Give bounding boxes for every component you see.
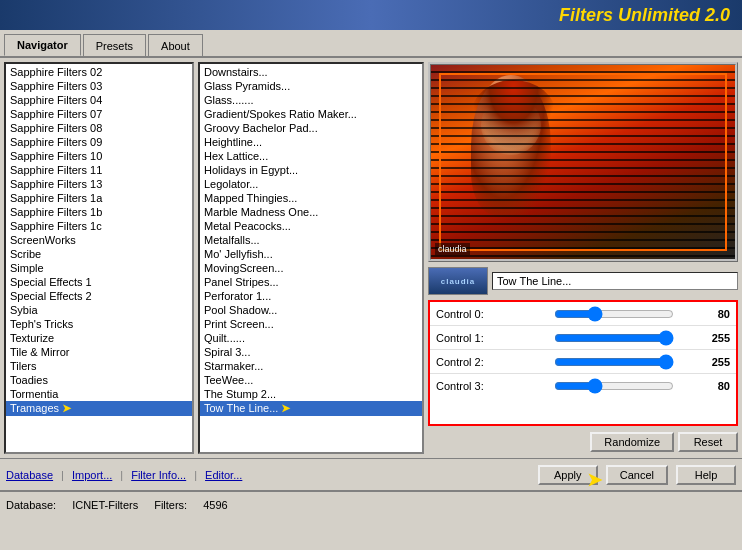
filter-list-item[interactable]: Mo' Jellyfish... (200, 247, 422, 261)
filter-list-item[interactable]: Groovy Bachelor Pad... (200, 121, 422, 135)
category-list-item[interactable]: Sapphire Filters 1c (6, 219, 192, 233)
editor-link[interactable]: Editor... (205, 469, 242, 481)
tab-about[interactable]: About (148, 34, 203, 56)
category-list-item[interactable]: Scribe (6, 247, 192, 261)
filter-list-item[interactable]: Metal Peacocks... (200, 219, 422, 233)
main-content: Sapphire Filters 02Sapphire Filters 03Sa… (0, 58, 742, 458)
control-row: Control 3:80 (430, 374, 736, 398)
filter-list-item[interactable]: Perforator 1... (200, 289, 422, 303)
filter-list-item[interactable]: Metalfalls... (200, 233, 422, 247)
apply-wrapper: Apply ➤ (538, 465, 598, 485)
randomize-button[interactable]: Randomize (590, 432, 674, 452)
category-list-item[interactable]: Sapphire Filters 08 (6, 121, 192, 135)
category-list-item[interactable]: Sapphire Filters 03 (6, 79, 192, 93)
import-link[interactable]: Import... (72, 469, 112, 481)
filter-list-item[interactable]: Gradient/Spokes Ratio Maker... (200, 107, 422, 121)
category-list[interactable]: Sapphire Filters 02Sapphire Filters 03Sa… (4, 62, 194, 454)
control-label: Control 0: (436, 308, 548, 320)
filter-list-item[interactable]: The Stump 2... (200, 387, 422, 401)
category-list-item[interactable]: Sapphire Filters 13 (6, 177, 192, 191)
filter-list-item[interactable]: Holidays in Egypt... (200, 163, 422, 177)
control-slider-2[interactable] (554, 354, 674, 370)
filter-list-item[interactable]: Starmaker... (200, 359, 422, 373)
category-list-item[interactable]: Toadies (6, 373, 192, 387)
controls-grid: Control 0:80Control 1:255Control 2:255Co… (428, 300, 738, 426)
left-panel: Sapphire Filters 02Sapphire Filters 03Sa… (4, 62, 424, 454)
cancel-button[interactable]: Cancel (606, 465, 668, 485)
filters-status-label: Filters: (154, 499, 187, 511)
control-value-3: 80 (680, 380, 730, 392)
database-status-label: Database: (6, 499, 56, 511)
category-list-item[interactable]: ScreenWorks (6, 233, 192, 247)
title-bar: Filters Unlimited 2.0 (0, 0, 742, 30)
database-status-value: ICNET-Filters (72, 499, 138, 511)
tab-bar: Navigator Presets About (0, 30, 742, 58)
category-list-item[interactable]: Texturize (6, 331, 192, 345)
category-list-item[interactable]: Teph's Tricks (6, 317, 192, 331)
preview-watermark: claudia (435, 243, 470, 255)
filter-list-item[interactable]: Marble Madness One... (200, 205, 422, 219)
category-list-item[interactable]: Sybia (6, 303, 192, 317)
category-list-item[interactable]: Tile & Mirror (6, 345, 192, 359)
category-list-item[interactable]: Sapphire Filters 07 (6, 107, 192, 121)
filter-list-item[interactable]: Spiral 3... (200, 345, 422, 359)
control-slider-0[interactable] (554, 306, 674, 322)
filter-list-item[interactable]: TeeWee... (200, 373, 422, 387)
preview-area: claudia (428, 62, 738, 262)
filter-list-item[interactable]: Panel Stripes... (200, 275, 422, 289)
category-list-item[interactable]: Tormentia (6, 387, 192, 401)
category-list-item[interactable]: Simple (6, 261, 192, 275)
category-list-item[interactable]: Sapphire Filters 02 (6, 65, 192, 79)
app-title: Filters Unlimited 2.0 (559, 5, 730, 26)
apply-button[interactable]: Apply (538, 465, 598, 485)
category-list-item[interactable]: Sapphire Filters 1b (6, 205, 192, 219)
filter-list-item[interactable]: Glass....... (200, 93, 422, 107)
list-row: Sapphire Filters 02Sapphire Filters 03Sa… (4, 62, 424, 454)
control-row: Control 2:255 (430, 350, 736, 374)
filter-list-item[interactable]: Print Screen... (200, 317, 422, 331)
filters-status-value: 4596 (203, 499, 227, 511)
category-list-item[interactable]: Sapphire Filters 1a (6, 191, 192, 205)
category-list-item[interactable]: Special Effects 2 (6, 289, 192, 303)
category-list-item[interactable]: Special Effects 1 (6, 275, 192, 289)
control-slider-1[interactable] (554, 330, 674, 346)
filter-list-item[interactable]: Mapped Thingies... (200, 191, 422, 205)
right-panel: claudia claudia Tow The Line... Control … (428, 62, 738, 454)
filter-list[interactable]: Downstairs...Glass Pyramids...Glass.....… (198, 62, 424, 454)
control-value-2: 255 (680, 356, 730, 368)
control-slider-3[interactable] (554, 378, 674, 394)
logo-area: claudia (428, 267, 488, 295)
filter-list-item[interactable]: Legolator... (200, 177, 422, 191)
database-link[interactable]: Database (6, 469, 53, 481)
control-label: Control 3: (436, 380, 548, 392)
filter-list-item[interactable]: Pool Shadow... (200, 303, 422, 317)
control-row: Control 1:255 (430, 326, 736, 350)
status-bar: Database: ICNET-Filters Filters: 4596 (0, 490, 742, 518)
control-value-1: 255 (680, 332, 730, 344)
category-list-item[interactable]: Tramages ➤ (6, 401, 192, 416)
control-label: Control 2: (436, 356, 548, 368)
filter-list-item[interactable]: MovingScreen... (200, 261, 422, 275)
filter-name-row: claudia Tow The Line... (428, 266, 738, 296)
category-list-item[interactable]: Sapphire Filters 09 (6, 135, 192, 149)
filter-info-link[interactable]: Filter Info... (131, 469, 186, 481)
help-button[interactable]: Help (676, 465, 736, 485)
category-list-item[interactable]: Sapphire Filters 11 (6, 163, 192, 177)
filter-list-item[interactable]: Quilt...... (200, 331, 422, 345)
filter-list-item[interactable]: Glass Pyramids... (200, 79, 422, 93)
bottom-toolbar: Database | Import... | Filter Info... | … (0, 458, 742, 490)
control-value-0: 80 (680, 308, 730, 320)
filter-list-item[interactable]: Hex Lattice... (200, 149, 422, 163)
category-list-item[interactable]: Tilers (6, 359, 192, 373)
category-list-item[interactable]: Sapphire Filters 10 (6, 149, 192, 163)
control-label: Control 1: (436, 332, 548, 344)
filter-list-item[interactable]: Downstairs... (200, 65, 422, 79)
filter-list-item[interactable]: Heightline... (200, 135, 422, 149)
category-list-item[interactable]: Sapphire Filters 04 (6, 93, 192, 107)
blinds-overlay (431, 65, 735, 259)
tab-navigator[interactable]: Navigator (4, 34, 81, 56)
tab-presets[interactable]: Presets (83, 34, 146, 56)
control-row: Control 0:80 (430, 302, 736, 326)
reset-button[interactable]: Reset (678, 432, 738, 452)
filter-list-item[interactable]: Tow The Line... ➤ (200, 401, 422, 416)
